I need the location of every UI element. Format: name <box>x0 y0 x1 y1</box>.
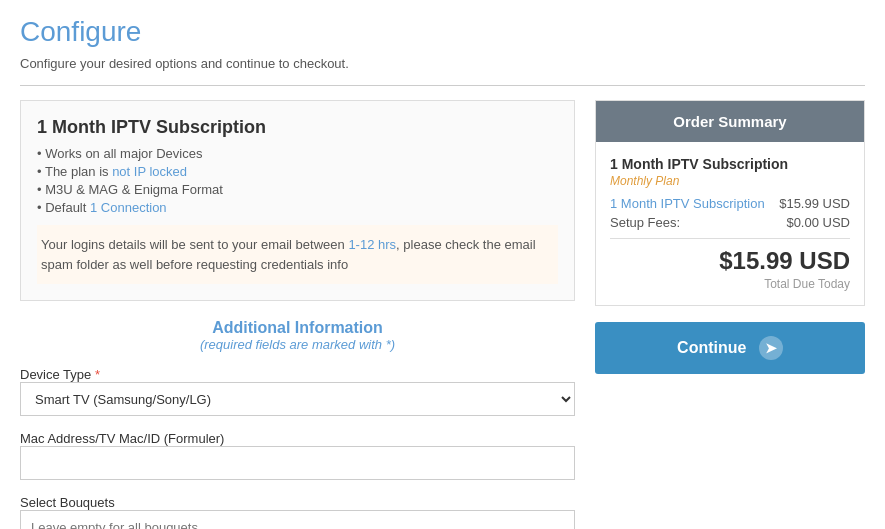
order-line-item: 1 Month IPTV Subscription $15.99 USD <box>610 196 850 211</box>
mac-address-input[interactable] <box>20 446 575 480</box>
bouquets-label: Select Bouquets <box>20 495 115 510</box>
order-total-label: Total Due Today <box>610 277 850 291</box>
order-summary-body: 1 Month IPTV Subscription Monthly Plan 1… <box>596 142 864 305</box>
device-type-select[interactable]: Smart TV (Samsung/Sony/LG) Android Box/F… <box>20 382 575 416</box>
feature-item: Works on all major Devices <box>37 146 558 161</box>
feature-item: The plan is not IP locked <box>37 164 558 179</box>
continue-arrow-icon: ➤ <box>759 336 783 360</box>
connection-link: 1 Connection <box>90 200 167 215</box>
product-title: 1 Month IPTV Subscription <box>37 117 558 138</box>
order-divider <box>610 238 850 239</box>
continue-button[interactable]: Continue ➤ <box>595 322 865 374</box>
order-total-amount: $15.99 USD <box>610 247 850 275</box>
continue-label: Continue <box>677 339 746 356</box>
feature-item: Default 1 Connection <box>37 200 558 215</box>
bouquets-input[interactable] <box>20 510 575 529</box>
product-box: 1 Month IPTV Subscription Works on all m… <box>20 100 575 301</box>
mac-address-field: Mac Address/TV Mac/ID (Formuler) <box>20 430 575 494</box>
setup-fees-price: $0.00 USD <box>786 215 850 230</box>
order-product-title: 1 Month IPTV Subscription <box>610 156 850 172</box>
mac-address-label: Mac Address/TV Mac/ID (Formuler) <box>20 431 224 446</box>
order-setup-fees: Setup Fees: $0.00 USD <box>610 215 850 230</box>
feature-item: M3U & MAG & Enigma Format <box>37 182 558 197</box>
order-summary: Order Summary 1 Month IPTV Subscription … <box>595 100 865 306</box>
not-locked-text: not IP locked <box>112 164 187 179</box>
setup-fees-label: Setup Fees: <box>610 215 680 230</box>
header-divider <box>20 85 865 86</box>
device-type-label: Device Type * <box>20 367 100 382</box>
additional-info-heading: Additional Information <box>20 319 575 337</box>
additional-info-subheading: (required fields are marked with *) <box>20 337 575 352</box>
left-column: 1 Month IPTV Subscription Works on all m… <box>20 100 575 529</box>
order-plan-label: Monthly Plan <box>610 174 850 188</box>
notice-box: Your logins details will be sent to your… <box>37 225 558 284</box>
device-type-field: Device Type * Smart TV (Samsung/Sony/LG)… <box>20 366 575 430</box>
order-summary-header: Order Summary <box>596 101 864 142</box>
required-marker: * <box>95 367 100 382</box>
page-subtitle: Configure your desired options and conti… <box>20 56 865 71</box>
notice-highlight: 1-12 hrs <box>348 237 396 252</box>
order-item-name: 1 Month IPTV Subscription <box>610 196 765 211</box>
bouquets-field: Select Bouquets <box>20 494 575 529</box>
additional-info-section: Additional Information (required fields … <box>20 319 575 352</box>
page-title: Configure <box>20 16 865 48</box>
order-item-price: $15.99 USD <box>779 196 850 211</box>
product-features: Works on all major Devices The plan is n… <box>37 146 558 215</box>
right-column: Order Summary 1 Month IPTV Subscription … <box>595 100 865 374</box>
